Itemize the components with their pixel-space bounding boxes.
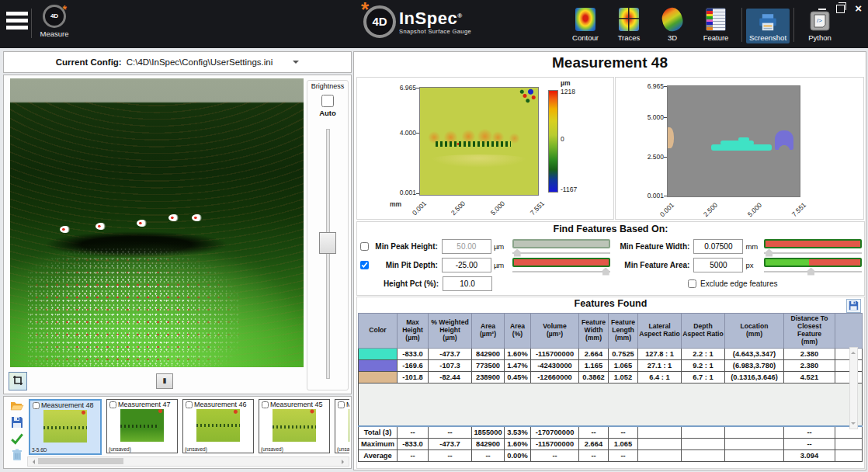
brightness-slider-track[interactable] (326, 129, 330, 379)
feature-cell: 6.7 : 1 (682, 372, 725, 384)
summary-label: Average (359, 450, 398, 462)
summary-cell (835, 439, 863, 450)
scroll-left-icon[interactable] (30, 460, 35, 464)
tool-3d[interactable]: 3D (651, 5, 694, 43)
thumbnail-caption: (unsaved) (261, 446, 283, 452)
exclude-edge-label: Exclude edge features (700, 279, 778, 288)
open-folder-icon[interactable] (10, 400, 24, 412)
measurement-thumbnail[interactable]: Measurement 47(unsaved) (106, 399, 178, 453)
tool-traces[interactable]: Traces (607, 5, 651, 43)
column-header[interactable]: Volume (µm³) (531, 314, 579, 349)
summary-cell: -- (579, 450, 609, 462)
thumbnail-scrollbar[interactable] (27, 456, 349, 467)
measurement-thumbnail[interactable]: Measurement 483-5.6D (29, 399, 102, 455)
column-header[interactable]: Max Height (µm) (398, 314, 429, 349)
thumbnail-caption: (unsaved) (337, 446, 349, 452)
column-header[interactable]: Feature Length (mm) (609, 314, 638, 349)
min-pit-depth-checkbox[interactable] (360, 261, 369, 269)
tool-screenshot[interactable]: Screenshot (746, 9, 790, 43)
summary-cell: 842900 (472, 439, 505, 450)
app-logo: 4D InSpec® Snapshot Surface Gauge (363, 5, 471, 38)
height-pct-input[interactable] (443, 276, 492, 291)
thumbnail-label: Measurement 48 (41, 401, 94, 409)
current-config-bar[interactable]: Current Config: C:\4D\InSpec\Config\User… (3, 51, 352, 73)
auto-label: Auto (307, 109, 348, 117)
height-map-canvas (419, 87, 539, 196)
measure-button[interactable]: 4D Measure (36, 5, 73, 38)
min-feature-area-label: Min Feature Area: (613, 261, 689, 269)
min-peak-height-checkbox[interactable] (360, 242, 369, 251)
exclude-edge-checkbox[interactable] (688, 279, 696, 288)
column-header[interactable]: Color (359, 314, 398, 349)
minimize-icon[interactable] (818, 9, 826, 10)
min-feature-area-input[interactable] (693, 258, 743, 272)
menu-icon[interactable] (6, 12, 28, 33)
thumbnail-label: Me (346, 401, 349, 408)
restore-icon[interactable] (836, 5, 845, 13)
thumbnail-checkbox[interactable] (338, 401, 345, 408)
feature-row[interactable]: -101.8-82.442389000.45%-126600000.38621.… (359, 372, 863, 384)
min-pit-depth-input[interactable] (442, 258, 491, 272)
svg-text:/>: /> (817, 17, 822, 24)
height-pct-row: Height Pct (%): (360, 274, 610, 293)
features-found-title: Features Found (357, 298, 864, 309)
feature-row[interactable]: -833.0-473.78429001.60%-1157000002.6640.… (359, 349, 863, 360)
thumbnail-checkbox[interactable] (33, 402, 40, 409)
thumbnail-image (120, 409, 164, 442)
config-value: C:\4D\InSpec\Config\UserSettings.ini (127, 57, 273, 67)
feature-cell (835, 360, 863, 372)
measurement-thumbnail[interactable]: Me(unsaved) (335, 399, 349, 453)
scroll-up-icon[interactable] (851, 349, 856, 354)
brightness-slider-handle[interactable] (319, 232, 336, 254)
pause-button[interactable]: ▮ (156, 373, 173, 389)
min-feature-area-slider[interactable] (764, 258, 862, 272)
column-header[interactable]: Depth Aspect Ratio (682, 314, 725, 349)
min-peak-height-input[interactable] (442, 239, 491, 254)
column-header[interactable]: Distance To Closest Feature (mm) (784, 314, 835, 349)
thumbnail-label: Measurement 46 (194, 401, 247, 408)
close-icon[interactable]: × (855, 4, 862, 13)
feature-cell: -101.8 (398, 372, 429, 384)
thumbnail-checkbox[interactable] (186, 401, 193, 408)
auto-brightness-checkbox[interactable] (321, 95, 334, 107)
summary-cell: -170700000 (531, 426, 579, 439)
summary-cell (682, 439, 725, 450)
summary-cell: 1.60% (505, 439, 531, 450)
trash-icon[interactable] (10, 449, 24, 461)
column-header[interactable]: Area (%) (505, 314, 531, 349)
tool-feature[interactable]: Feature (694, 5, 738, 43)
measurement-thumbnail[interactable]: Measurement 46(unsaved) (182, 399, 254, 453)
accept-check-icon[interactable] (10, 432, 24, 445)
min-feature-width-input[interactable] (693, 239, 743, 254)
measurement-thumbnail[interactable]: Measurement 45(unsaved) (259, 399, 330, 453)
summary-cell: -115700000 (531, 439, 579, 450)
scrollbar-thumb[interactable] (38, 458, 123, 464)
table-scrollbar[interactable] (849, 347, 858, 429)
tool-contour[interactable]: Contour (564, 5, 607, 43)
column-header[interactable]: Lateral Aspect Ratio (638, 314, 682, 349)
thumbnail-checkbox[interactable] (262, 401, 269, 408)
min-peak-height-slider[interactable] (512, 239, 610, 254)
column-header[interactable]: % Weighted Height (µm) (429, 314, 472, 349)
column-header[interactable] (835, 314, 863, 349)
feature-map-plot: 6.965 5.000 2.500 0.001 0.001 2.500 5.00… (615, 77, 864, 220)
chevron-down-icon[interactable] (293, 61, 299, 67)
crop-button[interactable] (9, 372, 27, 390)
y-tick: 5.000 (630, 113, 664, 121)
column-header[interactable]: Feature Width (mm) (579, 314, 609, 349)
column-header[interactable]: Area (µm²) (472, 314, 505, 349)
feature-cell: 1.165 (579, 360, 609, 372)
thumbnail-checkbox[interactable] (109, 401, 116, 408)
scroll-down-icon[interactable] (851, 422, 856, 427)
scroll-right-icon[interactable] (342, 460, 346, 464)
summary-cell (725, 439, 784, 450)
save-table-button[interactable] (846, 299, 861, 313)
save-icon[interactable] (10, 416, 24, 429)
summary-cell: -- (609, 426, 638, 439)
summary-cell: -- (472, 450, 505, 462)
column-header[interactable]: Location (mm) (725, 314, 784, 349)
min-pit-depth-slider[interactable] (512, 258, 610, 272)
feature-row[interactable]: -169.6-107.37735001.47%-424300001.1651.0… (359, 360, 863, 372)
min-feature-width-slider[interactable] (764, 239, 862, 254)
summary-cell: -473.7 (429, 439, 472, 450)
